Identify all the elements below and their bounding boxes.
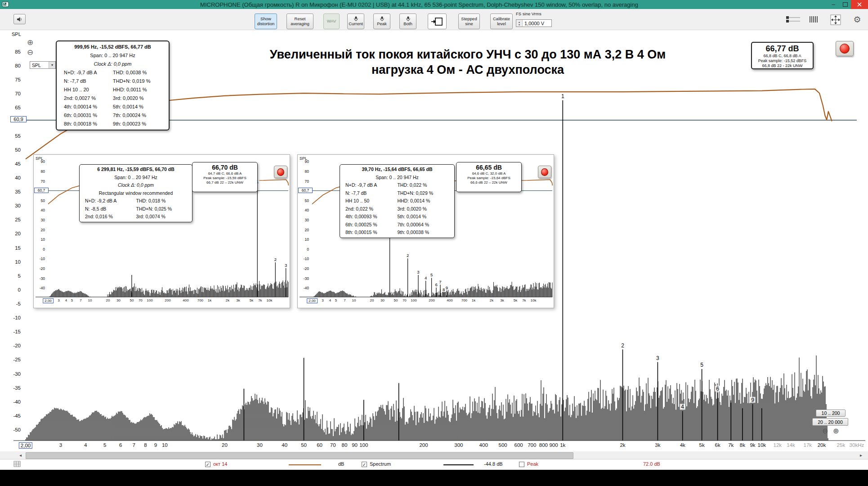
info-pair-left: 4th: 0,00014 % <box>57 103 109 111</box>
peak-level-value: 72.0 dB <box>643 461 660 467</box>
octave-smoothing-checkbox[interactable]: ✓ <box>205 462 210 467</box>
x-axis-tick-label: 30 <box>116 298 121 302</box>
info-pair-row: N: -8,5 dBTHD+N: 0,025 % <box>80 205 192 213</box>
x-axis-tick-label: 30 <box>257 442 263 448</box>
info-pair-right: THD+N: 0,029 % <box>394 189 454 198</box>
calibrate-level-button[interactable]: Calibrate level <box>490 14 513 29</box>
info-pair-right: HHD: 0,0011 % <box>109 86 169 94</box>
stepped-sine-label: Stepped sine <box>460 17 479 26</box>
range-20-20000-button[interactable]: 20 .. 20 000 <box>812 418 848 426</box>
x-axis-tick-label: 100 <box>411 298 416 302</box>
level-readout-box: 66,65 dB 64,6 dB C, 32,0 dB APeak sample… <box>456 162 522 192</box>
horizontal-scrollbar[interactable]: ◂ ▸ <box>0 451 868 459</box>
level-readout-box: 66,70 dB 64,7 dB C, 66,6 dB APeak sample… <box>192 162 258 192</box>
calibrate-level-label: Calibrate level <box>492 17 511 26</box>
info-pair-row: HH 10 .. 50HHD: 0,0014 % <box>340 197 454 205</box>
bottom-black-band <box>0 470 868 486</box>
level-detail-line: 66,8 dB 22 - 22k UNW <box>752 63 813 68</box>
fs-sine-input[interactable]: ▴▾ 1,0000 V <box>516 19 552 27</box>
minimize-button[interactable]: – <box>828 0 839 9</box>
peak-button[interactable]: Peak <box>373 14 390 29</box>
x-axis-tick-label: 300 <box>454 442 463 448</box>
x-axis-tick-label: 70 <box>403 298 407 302</box>
maximize-button[interactable] <box>839 0 851 9</box>
x-axis-tick-label: 20k <box>818 442 826 448</box>
x-axis-tick-label: 12k <box>774 442 782 448</box>
x-axis-tick-label: 6 <box>119 442 122 448</box>
range-10-200-button[interactable]: 10 .. 200 <box>816 410 846 417</box>
scroll-right-icon: ▸ <box>860 453 862 458</box>
level-detail-line: 66,6 dB 22 – 22k UNW <box>456 180 521 185</box>
x-zoom-out-button[interactable]: ⊖ <box>822 427 828 435</box>
info-pair-row: 4th: 0,00093 %5th: 0,0014 % <box>340 213 454 221</box>
record-button[interactable] <box>836 41 854 56</box>
x-axis-tick-label: 1k <box>472 298 475 302</box>
speaker-monitor-button[interactable] <box>13 14 26 24</box>
info-pair-left: N+D: -9,7 dB A <box>340 181 394 189</box>
reset-averaging-label: Reset averaging <box>288 17 312 26</box>
wav-button[interactable]: WAV <box>323 14 340 29</box>
spin-down-icon[interactable]: ▾ <box>519 23 520 26</box>
info-pair-right: 7th: 0,00024 % <box>109 111 169 120</box>
scroll-left-icon: ◂ <box>19 453 22 458</box>
info-pair-left: 2nd: 0,016 % <box>80 213 133 221</box>
info-line: 999,95 Hz, -15,52 dBFS, 66,77 dB <box>57 43 169 51</box>
info-pair-right: THD: 0,022 % <box>394 181 454 189</box>
scrollbar-thumb[interactable] <box>26 452 573 459</box>
bars-icon <box>809 15 819 23</box>
move-arrows-icon <box>830 14 841 25</box>
scroll-right-button[interactable]: ▸ <box>857 451 865 459</box>
info-pair-right: 9th: 0,00038 % <box>394 229 454 237</box>
both-button[interactable]: Both <box>399 14 416 29</box>
x-axis-tick-label: 4 <box>329 298 331 302</box>
stepped-sine-button[interactable]: Stepped sine <box>458 14 480 29</box>
x-axis-tick-label: 7k <box>522 298 526 302</box>
x-axis-tick-label: 10k <box>758 442 766 448</box>
x-axis-tick-label: 70 <box>139 298 143 302</box>
info-line: Span: 0 .. 20 947 Hz <box>340 174 454 182</box>
x-axis-tick-label: 100 <box>359 442 368 448</box>
x-axis-tick-label: 5k <box>250 298 253 302</box>
spinner-control[interactable]: ▴▾ <box>516 20 523 27</box>
record-button[interactable] <box>274 166 287 178</box>
x-axis-tick-label: 40 <box>282 442 287 448</box>
scroll-left-button[interactable]: ◂ <box>16 451 25 459</box>
settings-button[interactable]: ⚙ <box>851 14 863 25</box>
gear-icon: ⚙ <box>853 14 861 25</box>
x-axis-tick-label: 200 <box>165 298 170 302</box>
x-axis-tick-label: 30kHz <box>850 442 864 448</box>
fs-sine-value: 1,0000 V <box>523 21 544 26</box>
info-pair-left: 8th: 0,00015 % <box>340 229 394 237</box>
info-pair-row: 2nd: 0,022 %3rd: 0,0020 % <box>340 205 454 213</box>
x-axis-tick-label: 30 <box>380 298 385 302</box>
x-axis-tick-label: 25k <box>837 442 846 448</box>
close-button[interactable] <box>851 0 868 9</box>
info-pair-row: 8th: 0,00018 %9th: 0,00023 % <box>57 120 169 128</box>
annotation-title-line2: нагрузка 4 Ом - АС двухполоска <box>211 62 724 77</box>
info-pair-right: THD: 0,018 % <box>133 197 192 205</box>
info-pair-left: N: -8,5 dB <box>80 205 133 213</box>
x-axis-tick-label: 200 <box>429 298 434 302</box>
info-pair-row: 6th: 0,00025 %7th: 0,00064 % <box>340 221 454 229</box>
peak-hold-checkbox[interactable] <box>519 462 524 467</box>
both-label: Both <box>403 22 412 27</box>
inset-screenshot-2: 123456789 SPL 90807050403020100-10-20-30… <box>297 154 554 308</box>
reset-averaging-button[interactable]: Reset averaging <box>286 14 313 29</box>
response-curve-color-swatch <box>289 464 321 465</box>
x-axis-tick-label: 2k <box>620 442 625 448</box>
x-zoom-in-button[interactable]: ⊕ <box>833 427 839 435</box>
info-line: 6 299,81 Hz, -15,59 dBFS, 66,70 dB <box>80 166 192 174</box>
info-pair-left: HH 10 .. 20 <box>57 86 109 94</box>
x-axis-tick-label: 5 <box>335 298 337 302</box>
x-axis-tick-label: 600 <box>515 442 523 448</box>
x-axis-tick-label: 9 <box>154 442 157 448</box>
spectrum-checkbox[interactable]: ✓ <box>362 462 367 467</box>
cursor-markers-button[interactable] <box>785 15 801 23</box>
current-button[interactable]: Current <box>347 14 364 29</box>
pan-mode-button[interactable] <box>830 14 841 26</box>
signal-routing-button[interactable] <box>428 14 447 29</box>
bars-view-button[interactable] <box>809 15 819 24</box>
record-button[interactable] <box>538 166 551 178</box>
x-axis-tick-label: 400 <box>479 442 488 448</box>
show-distortion-button[interactable]: Show distortion <box>255 14 277 29</box>
